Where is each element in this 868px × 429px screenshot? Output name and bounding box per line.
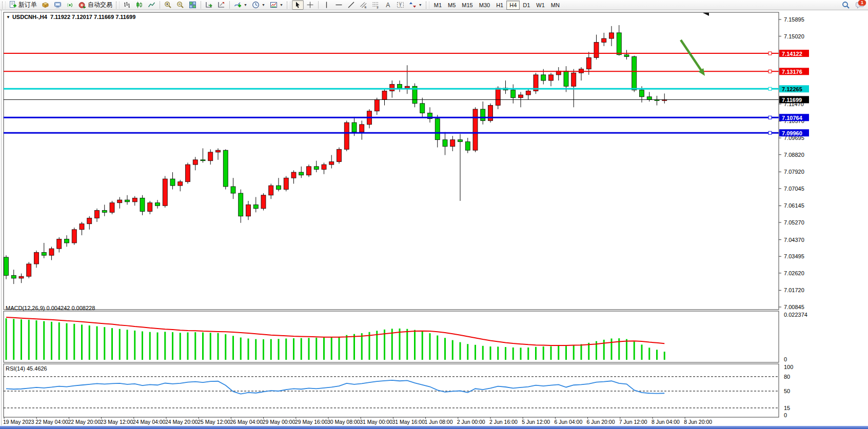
price-tick-label: 7.08820 <box>784 152 804 158</box>
horizontal-line-handle[interactable] <box>768 87 772 90</box>
indicators-icon <box>234 1 242 9</box>
line-chart-button[interactable] <box>146 0 157 10</box>
macd-values: 0.004242 0.008228 <box>46 305 95 311</box>
time-tick-label: 5 Jun 12:00 <box>522 419 550 425</box>
candle-body <box>239 193 243 216</box>
cursor-arrow-icon <box>294 1 302 9</box>
auto-trading-icon <box>78 1 86 9</box>
indicators-button[interactable]: ▼ <box>232 0 249 10</box>
candle-body <box>344 122 349 149</box>
timeframe-button-m5[interactable]: M5 <box>445 1 459 10</box>
auto-trading-button[interactable]: 自动交易 <box>76 0 114 10</box>
periods-dropdown-caret[interactable]: ▼ <box>262 3 265 7</box>
text-tool-button[interactable]: A <box>382 0 394 10</box>
time-tick-label: 19 May 2023 <box>3 419 34 425</box>
timeframe-button-m30[interactable]: M30 <box>476 1 493 10</box>
horizontal-line-handle[interactable] <box>768 70 772 73</box>
horizontal-line-handle[interactable] <box>768 131 772 134</box>
chart-shift-button[interactable] <box>215 0 227 10</box>
price-tick-label: 7.15895 <box>784 16 804 23</box>
timeframe-button-h4[interactable]: H4 <box>506 1 520 10</box>
cursor-tool-button[interactable] <box>292 0 304 10</box>
equidistant-channel-tool-button[interactable]: E <box>358 0 369 10</box>
timeframe-button-m15[interactable]: M15 <box>459 1 476 10</box>
rsi-axis-label: 0 <box>784 412 787 418</box>
search-icon <box>842 1 850 9</box>
market-watch-button[interactable] <box>40 0 51 10</box>
candle-body <box>647 97 652 100</box>
templates-dropdown-caret[interactable]: ▼ <box>280 3 283 7</box>
zoom-out-button[interactable] <box>174 0 186 10</box>
candlestick-chart-button[interactable] <box>133 0 145 10</box>
search-button[interactable] <box>840 0 852 10</box>
candle-body <box>473 109 478 150</box>
market-watch-icon <box>42 1 49 9</box>
notifications-button[interactable]: 1 <box>853 0 867 10</box>
vertical-line-tool-button[interactable] <box>321 0 332 10</box>
indicators-dropdown-caret[interactable]: ▼ <box>244 3 247 7</box>
horizontal-line-tool-button[interactable] <box>333 0 345 10</box>
main-pane[interactable] <box>4 12 779 310</box>
candle-body <box>398 85 402 88</box>
trendline-tool-button[interactable] <box>345 0 357 10</box>
rsi-pane[interactable] <box>4 364 779 417</box>
candle-body <box>95 211 100 218</box>
tile-windows-icon <box>189 1 196 9</box>
candle-body <box>155 203 160 206</box>
terminal-button[interactable] <box>52 0 64 10</box>
price-tick-label: 7.07920 <box>784 169 804 175</box>
text-label-tool-button[interactable]: T <box>394 0 406 10</box>
time-tick-label: 8 Jun 04:00 <box>652 419 680 425</box>
horizontal-line-handle[interactable] <box>768 116 772 119</box>
fibonacci-tool-button[interactable]: F <box>370 0 382 10</box>
time-axis[interactable]: 19 May 202322 May 04:0022 May 20:0023 Ma… <box>3 417 712 425</box>
candle-body <box>390 85 394 91</box>
zoom-in-button[interactable] <box>162 0 174 10</box>
candle-body <box>405 86 409 88</box>
timeframe-button-m1[interactable]: M1 <box>431 1 445 10</box>
chart-canvas[interactable]: 7.158957.150207.114707.105707.096957.088… <box>0 0 868 429</box>
price-axis[interactable]: 7.158957.150207.114707.105707.096957.088… <box>779 16 809 310</box>
time-tick-label: 26 May 04:00 <box>230 419 263 425</box>
candle-body <box>307 167 311 175</box>
templates-button[interactable]: ▼ <box>268 0 285 10</box>
chart-collapse-icon[interactable]: ▼ <box>6 15 10 19</box>
candle-body <box>178 182 183 186</box>
timeframe-button-d1[interactable]: D1 <box>520 1 533 10</box>
horizontal-line-handle[interactable] <box>768 52 772 55</box>
toolbar-grip[interactable] <box>2 2 6 9</box>
time-tick-label: 29 May 16:00 <box>295 419 328 425</box>
candle-body <box>117 200 122 203</box>
candle-body <box>253 205 258 208</box>
candle-body <box>602 38 606 42</box>
new-order-button[interactable]: 新订单 <box>7 0 39 10</box>
candle-body <box>420 104 425 113</box>
price-tick-label: 7.07045 <box>784 186 804 192</box>
arrows-tool-button[interactable]: ▼ <box>407 0 424 10</box>
terminal-icon <box>54 1 62 9</box>
toolbar-grip[interactable] <box>426 2 429 9</box>
time-tick-label: 31 May 16:00 <box>392 419 425 425</box>
auto-scroll-button[interactable] <box>203 0 215 10</box>
periods-button[interactable]: ▼ <box>250 0 267 10</box>
tile-windows-button[interactable] <box>187 0 199 10</box>
candle-body <box>170 179 175 186</box>
crosshair-tool-button[interactable] <box>304 0 316 10</box>
candle-body <box>314 167 319 170</box>
timeframe-button-w1[interactable]: W1 <box>533 1 548 10</box>
bar-chart-button[interactable] <box>121 0 133 10</box>
candle-body <box>564 71 568 86</box>
candle-body <box>261 195 266 209</box>
candle-body <box>223 150 228 187</box>
signals-button[interactable] <box>64 0 76 10</box>
candle-body <box>42 253 46 256</box>
toolbar-grip[interactable] <box>287 2 290 9</box>
timeframe-button-mn[interactable]: MN <box>548 1 563 10</box>
time-tick-label: 22 May 20:00 <box>68 419 101 425</box>
price-tag-text: 7.12265 <box>782 86 802 92</box>
time-tick-label: 6 Jun 20:00 <box>587 419 615 425</box>
timeframe-button-h1[interactable]: H1 <box>493 1 506 10</box>
toolbar-grip[interactable] <box>116 2 120 9</box>
arrows-dropdown-caret[interactable]: ▼ <box>419 3 422 7</box>
candle-body <box>526 91 530 95</box>
